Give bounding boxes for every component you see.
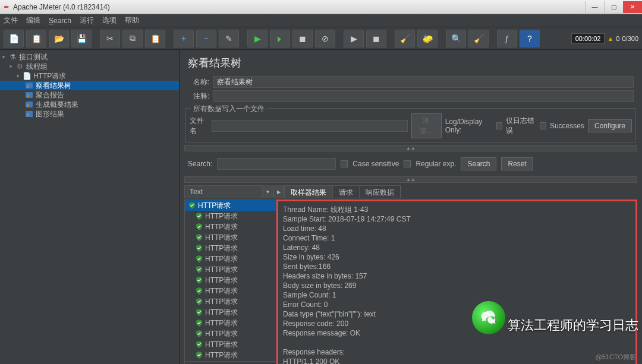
menu-search[interactable]: Search xyxy=(49,17,71,25)
name-input[interactable] xyxy=(213,76,634,88)
collapse-button[interactable]: － xyxy=(196,30,216,48)
list-item[interactable]: HTTP请求 xyxy=(185,286,276,296)
menu-options[interactable]: 选项 xyxy=(102,15,117,26)
expand-button[interactable]: ＋ xyxy=(174,30,194,48)
write-file-fieldset: 所有数据写入一个文件 文件名 浏览... Log/Display Only: 仅… xyxy=(185,108,636,143)
menu-help[interactable]: 帮助 xyxy=(125,15,139,26)
errors-only-checkbox[interactable] xyxy=(496,122,503,129)
open-button[interactable]: 📂 xyxy=(49,30,69,48)
list-item[interactable]: HTTP请求 xyxy=(185,296,276,307)
menu-edit[interactable]: 编辑 xyxy=(26,15,40,26)
browse-button[interactable]: 浏览... xyxy=(411,113,442,138)
function-helper-button[interactable]: ƒ xyxy=(497,30,517,48)
list-item[interactable]: HTTP请求 xyxy=(185,254,276,264)
sampler-result-details: Thread Name: 线程组 1-43Sample Start: 2018-… xyxy=(276,200,637,364)
stop-button[interactable]: ◼ xyxy=(292,30,313,48)
list-item[interactable]: HTTP请求 xyxy=(185,232,276,243)
list-item[interactable]: HTTP请求 xyxy=(185,264,276,275)
logdisplay-label: Log/Display Only: xyxy=(445,118,493,134)
chevron-down-icon[interactable]: ▼ xyxy=(262,185,273,198)
tab-response-data[interactable]: 响应数据 xyxy=(360,186,401,198)
list-item[interactable]: HTTP请求 xyxy=(185,275,276,286)
app-icon: ✒ xyxy=(4,3,10,11)
window-titlebar: ✒ Apache JMeter (4.0 r1823414) — ▢ ✕ xyxy=(0,0,642,14)
clear-button[interactable]: 🧹 xyxy=(395,30,415,48)
tab-sampler-result[interactable]: 取样器结果 xyxy=(285,186,333,198)
tree-view-results[interactable]: 察看结果树 xyxy=(0,81,179,90)
paste-button[interactable]: 📋 xyxy=(145,30,165,48)
tree-graph-results[interactable]: 图形结果 xyxy=(0,109,179,119)
elapsed-time: 00:00:02 xyxy=(571,33,605,44)
filename-label: 文件名 xyxy=(190,116,208,136)
panel-title: 察看结果树 xyxy=(180,50,642,75)
tree-http-request[interactable]: ▼📄 HTTP请求 xyxy=(0,71,179,81)
watermark-text: 算法工程师的学习日志 xyxy=(508,316,638,334)
successes-label: Successes xyxy=(550,122,584,130)
search-button[interactable]: Search xyxy=(461,157,496,170)
tab-request[interactable]: 请求 xyxy=(333,186,360,198)
window-title: Apache JMeter (4.0 r1823414) xyxy=(13,3,110,11)
copy-button[interactable]: ⧉ xyxy=(122,30,143,48)
tree-root[interactable]: ▼⚗ 接口测试 xyxy=(0,52,179,62)
list-item[interactable]: HTTP请求 xyxy=(185,328,276,339)
tree-thread-group[interactable]: ▼⚙ 线程组 xyxy=(0,62,179,71)
new-button[interactable]: 📄 xyxy=(4,30,24,48)
save-button[interactable]: 💾 xyxy=(71,30,92,48)
collapse-bar-up[interactable]: ▲▲ xyxy=(184,145,637,151)
warning-indicator: ▲ 0 xyxy=(607,35,619,42)
list-item[interactable]: HTTP请求 xyxy=(185,339,276,350)
collapse-bar-down[interactable]: ▲▲ xyxy=(184,176,637,183)
filename-input[interactable] xyxy=(212,120,408,132)
regex-checkbox[interactable] xyxy=(404,160,411,167)
name-label: 名称: xyxy=(188,77,209,87)
sample-list[interactable]: HTTP请求HTTP请求HTTP请求HTTP请求HTTP请求HTTP请求HTTP… xyxy=(184,200,276,364)
comment-input[interactable] xyxy=(213,90,634,102)
remote-start-button[interactable]: ▶ xyxy=(344,30,364,48)
test-plan-tree[interactable]: ▼⚗ 接口测试 ▼⚙ 线程组 ▼📄 HTTP请求 察看结果树 聚合报告 生成概要… xyxy=(0,50,180,364)
maximize-button[interactable]: ▢ xyxy=(604,1,623,13)
list-item[interactable]: HTTP请求 xyxy=(185,211,276,221)
cut-button[interactable]: ✂ xyxy=(100,30,120,48)
comment-label: 注释: xyxy=(188,91,209,102)
tree-aggregate-report[interactable]: 聚合报告 xyxy=(0,90,179,100)
footer-watermark: @51CTO博客 xyxy=(596,353,636,362)
reset-button[interactable]: Reset xyxy=(501,157,533,170)
chevron-right-icon[interactable]: ▶ xyxy=(273,185,284,198)
close-button[interactable]: ✕ xyxy=(623,1,642,13)
start-button[interactable]: ▶ xyxy=(247,30,268,48)
toggle-button[interactable]: ✎ xyxy=(219,30,239,48)
list-item[interactable]: HTTP请求 xyxy=(185,221,276,232)
list-item[interactable]: HTTP请求 xyxy=(185,200,276,211)
configure-button[interactable]: Configure xyxy=(588,119,632,132)
menu-bar: 文件 编辑 Search 运行 选项 帮助 xyxy=(0,14,642,27)
thread-ratio: 0/300 xyxy=(622,35,638,42)
help-button[interactable]: ? xyxy=(520,30,540,48)
search-input[interactable] xyxy=(217,158,336,170)
remote-stop-button[interactable]: ◼ xyxy=(366,30,386,48)
list-item[interactable]: HTTP请求 xyxy=(185,307,276,318)
case-sensitive-label: Case sensitive xyxy=(353,160,399,168)
menu-run[interactable]: 运行 xyxy=(80,15,94,26)
content-panel: 察看结果树 名称: 注释: 所有数据写入一个文件 文件名 浏览... Log/D… xyxy=(180,50,642,364)
menu-file[interactable]: 文件 xyxy=(4,15,18,26)
list-item[interactable]: HTTP请求 xyxy=(185,350,276,360)
clear-all-button[interactable]: 🧽 xyxy=(417,30,438,48)
case-sensitive-checkbox[interactable] xyxy=(341,160,348,167)
detail-tabs: 取样器结果 请求 响应数据 xyxy=(284,185,401,198)
fieldset-legend: 所有数据写入一个文件 xyxy=(191,104,267,114)
renderer-combo[interactable]: Text ▼ ▶ xyxy=(184,185,284,198)
successes-checkbox[interactable] xyxy=(540,122,546,129)
templates-button[interactable]: 📋 xyxy=(26,30,46,48)
wechat-logo-icon xyxy=(472,301,505,334)
search-label: Search: xyxy=(188,160,212,168)
shutdown-button[interactable]: ⊘ xyxy=(315,30,335,48)
tree-summary-report[interactable]: 生成概要结果 xyxy=(0,100,179,109)
reset-search-button[interactable]: 🧹 xyxy=(468,30,489,48)
minimize-button[interactable]: — xyxy=(585,1,604,13)
toolbar: 📄 📋 📂 💾 ✂ ⧉ 📋 ＋ － ✎ ▶ ⏵ ◼ ⊘ ▶ ◼ 🧹 🧽 🔍 🧹 … xyxy=(0,27,642,50)
search-tool-button[interactable]: 🔍 xyxy=(446,30,466,48)
list-item[interactable]: HTTP请求 xyxy=(185,243,276,254)
list-item[interactable]: HTTP请求 xyxy=(185,318,276,328)
start-no-timer-button[interactable]: ⏵ xyxy=(270,30,290,48)
errors-only-label: 仅日志错误 xyxy=(506,116,536,136)
